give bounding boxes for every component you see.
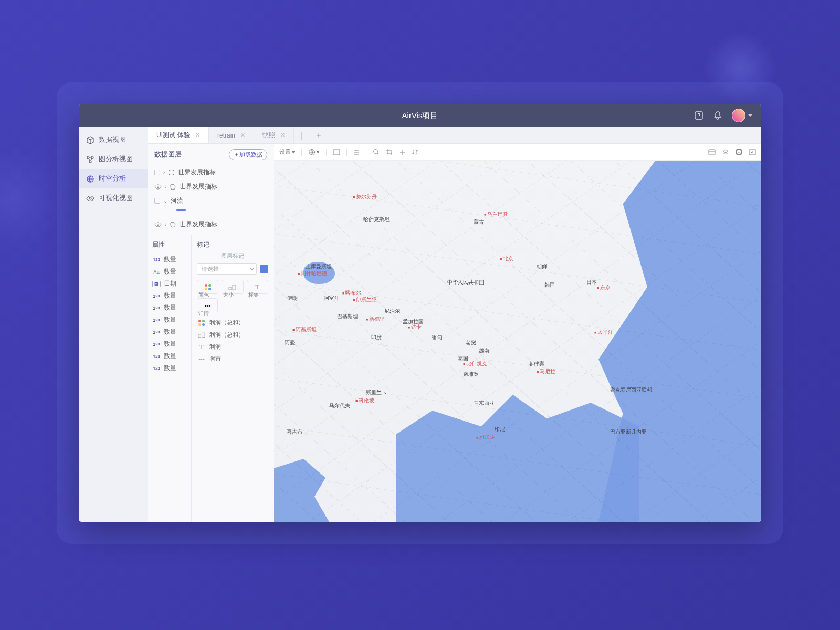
load-data-button[interactable]: ＋加载数据: [229, 149, 267, 160]
type-icon: 123: [152, 293, 161, 299]
text-icon: T: [198, 344, 205, 350]
eye-icon[interactable]: [154, 183, 162, 191]
app-title: AirVis项目: [402, 111, 438, 121]
tb-refresh-icon[interactable]: [412, 149, 418, 155]
tb-layers-icon[interactable]: [722, 149, 729, 156]
bell-icon[interactable]: [713, 111, 722, 120]
attr-item[interactable]: 123数量: [152, 350, 187, 362]
mark-detail[interactable]: •••详情: [197, 298, 218, 312]
svg-point-8: [169, 174, 171, 175]
label-icon: T: [248, 283, 267, 291]
tb-plus-icon[interactable]: [399, 149, 405, 155]
attr-item[interactable]: 123数量: [152, 362, 187, 374]
attr-item[interactable]: Aa数量: [152, 266, 187, 278]
caret-icon[interactable]: ›: [163, 170, 165, 175]
svg-point-6: [169, 170, 171, 172]
tab-bar: UI测试-体验✕retrain✕快照✕|＋: [148, 127, 761, 144]
tb-export-icon[interactable]: [749, 149, 756, 155]
polygon-icon: [170, 221, 176, 228]
attrs-head: 属性: [152, 240, 187, 249]
map-toolbar: 设置 ▾ ▾: [274, 144, 761, 161]
nav-cube[interactable]: 数据视图: [79, 130, 148, 150]
attr-item[interactable]: 123数量: [152, 338, 187, 350]
attr-item[interactable]: 123数量: [152, 314, 187, 326]
caret-icon[interactable]: ⌄: [163, 198, 167, 204]
polygon-icon: [170, 183, 176, 190]
close-icon[interactable]: ✕: [280, 132, 285, 139]
close-icon[interactable]: ✕: [240, 132, 245, 139]
help-icon[interactable]: [694, 111, 704, 120]
type-icon: Aa: [152, 269, 161, 275]
type-icon: 123: [152, 305, 161, 311]
mark-drop[interactable]: 利润（总和）: [197, 317, 268, 329]
nav-graph[interactable]: 图分析视图: [79, 150, 148, 169]
mark-size[interactable]: 大小: [222, 280, 243, 294]
eye-icon: [86, 194, 94, 203]
type-icon: 123: [152, 365, 161, 372]
layer-item[interactable]: ›世界发展指标: [153, 217, 268, 232]
svg-point-5: [89, 197, 91, 200]
marks-panel: 标记 图层标记 请选择 颜色大小T标签 •••详情 利润（总和）利润（总和）T利…: [191, 235, 274, 522]
attrs-panel: 属性 123数量Aa数量⊞日期123数量123数量123数量123数量123数量…: [148, 235, 191, 522]
mark-color[interactable]: 颜色: [197, 280, 218, 294]
dots-icon: [198, 320, 205, 326]
add-tab-button[interactable]: ＋: [309, 127, 329, 143]
svg-point-11: [158, 224, 159, 225]
tab[interactable]: 快照✕: [254, 127, 294, 143]
attr-item[interactable]: 123数量: [152, 302, 187, 314]
type-icon: ⊞: [152, 281, 161, 287]
close-icon[interactable]: ✕: [195, 132, 200, 139]
type-icon: 123: [152, 329, 161, 335]
type-icon: 123: [152, 341, 161, 348]
globe-icon: [86, 175, 94, 183]
panel-title: 数据图层: [154, 150, 182, 159]
checkbox[interactable]: [154, 198, 160, 204]
tb-save-icon[interactable]: [736, 149, 742, 155]
tab[interactable]: UI测试-体验✕: [148, 127, 209, 143]
svg-point-10: [158, 186, 159, 187]
mark-select[interactable]: 请选择: [197, 263, 257, 275]
map-canvas: 设置 ▾ ▾: [274, 144, 761, 522]
layer-item[interactable]: ⌄河流: [153, 194, 268, 208]
tb-list-icon[interactable]: [353, 149, 360, 155]
map-view[interactable]: 哈萨克斯坦土库曼斯坦伊朗阿富汗巴基斯坦印度尼泊尔中华人民共和国蒙古朝鲜韩国日本菲…: [274, 161, 761, 522]
settings-dropdown[interactable]: 设置 ▾: [279, 148, 295, 156]
type-icon: 123: [152, 353, 161, 360]
nav-eye[interactable]: 可视化视图: [79, 188, 148, 208]
nav-globe[interactable]: 时空分析: [79, 169, 148, 188]
svg-rect-17: [333, 150, 340, 155]
tab[interactable]: retrain✕: [209, 127, 254, 143]
layer-item[interactable]: ›世界发展指标: [153, 165, 268, 180]
tb-rect-icon[interactable]: [333, 149, 340, 155]
tb-crop-icon[interactable]: [386, 149, 393, 155]
attr-item[interactable]: 123数量: [152, 254, 187, 266]
svg-point-9: [173, 174, 174, 175]
attr-item[interactable]: ⊞日期: [152, 278, 187, 290]
mark-drop[interactable]: 利润（总和）: [197, 329, 268, 341]
layer-item[interactable]: ›世界发展指标: [153, 180, 268, 194]
marks-head: 标记: [197, 240, 268, 249]
svg-rect-19: [709, 150, 715, 155]
tab-divider: |: [294, 127, 309, 143]
color-swatch[interactable]: [260, 265, 268, 273]
eye-icon[interactable]: [154, 221, 162, 228]
caret-icon[interactable]: ›: [165, 222, 166, 227]
tb-search-icon[interactable]: [373, 149, 380, 155]
color-icon: [198, 283, 217, 291]
line-swatch: [176, 209, 186, 211]
svg-point-18: [374, 150, 378, 154]
attr-item[interactable]: 123数量: [152, 290, 187, 302]
mark-drop[interactable]: •••省市: [197, 353, 268, 365]
type-icon: 123: [152, 257, 161, 263]
attr-item[interactable]: 123数量: [152, 326, 187, 338]
layer-panel: 数据图层 ＋加载数据 ›世界发展指标›世界发展指标⌄河流›世界发展指标 属性 1…: [148, 144, 274, 522]
tb-globe-icon[interactable]: ▾: [308, 149, 320, 156]
checkbox[interactable]: [154, 170, 160, 175]
mark-label[interactable]: T标签: [247, 280, 268, 294]
size-icon: [198, 332, 205, 338]
caret-icon[interactable]: ›: [165, 184, 166, 190]
side-nav: 数据视图图分析视图时空分析可视化视图: [79, 127, 148, 522]
mark-drop[interactable]: T利润: [197, 341, 268, 353]
avatar[interactable]: [732, 109, 746, 122]
tb-card-icon[interactable]: [708, 149, 716, 155]
